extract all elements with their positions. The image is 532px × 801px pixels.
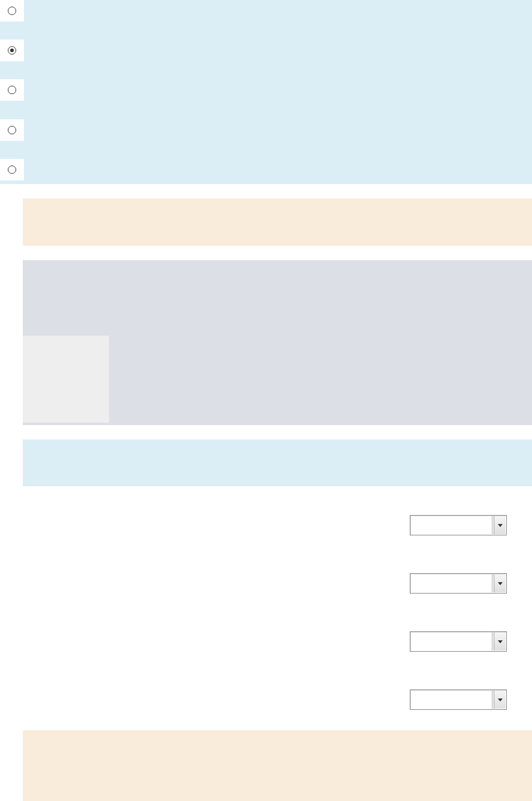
radio-option-1[interactable] xyxy=(0,0,24,22)
radio-icon xyxy=(8,165,16,174)
info-panel-1 xyxy=(23,198,532,246)
gray-panel-bottom xyxy=(23,336,532,425)
blue-panel xyxy=(23,439,532,486)
dropdown-2[interactable] xyxy=(410,573,507,594)
radio-option-5[interactable] xyxy=(0,159,24,180)
dropdown-row-3 xyxy=(23,631,532,689)
content-area xyxy=(23,198,532,801)
dropdown-input[interactable] xyxy=(411,691,492,709)
dropdown-section xyxy=(23,515,532,725)
top-panel xyxy=(0,0,532,184)
radio-option-4[interactable] xyxy=(0,119,24,141)
radio-option-3[interactable] xyxy=(0,79,24,101)
chevron-down-icon[interactable] xyxy=(494,691,506,709)
gray-panel-top xyxy=(23,260,532,336)
dropdown-row-2 xyxy=(23,573,532,631)
chevron-down-icon[interactable] xyxy=(494,574,506,592)
inset-panel xyxy=(23,336,109,423)
info-panel-2 xyxy=(23,730,532,801)
radio-option-2[interactable] xyxy=(0,40,24,61)
dropdown-input[interactable] xyxy=(411,633,492,651)
dropdown-4[interactable] xyxy=(410,689,507,710)
radio-icon xyxy=(8,86,16,94)
dropdown-input[interactable] xyxy=(411,516,492,534)
dropdown-row-1 xyxy=(23,515,532,573)
radio-icon xyxy=(8,126,16,134)
chevron-down-icon[interactable] xyxy=(494,516,506,534)
dropdown-1[interactable] xyxy=(410,515,507,535)
dropdown-row-4 xyxy=(23,689,532,725)
gray-panel xyxy=(23,260,532,425)
dropdown-input[interactable] xyxy=(411,574,492,592)
chevron-down-icon[interactable] xyxy=(494,633,506,651)
dropdown-3[interactable] xyxy=(410,631,507,652)
radio-icon xyxy=(8,7,16,15)
radio-icon-selected xyxy=(8,46,16,55)
